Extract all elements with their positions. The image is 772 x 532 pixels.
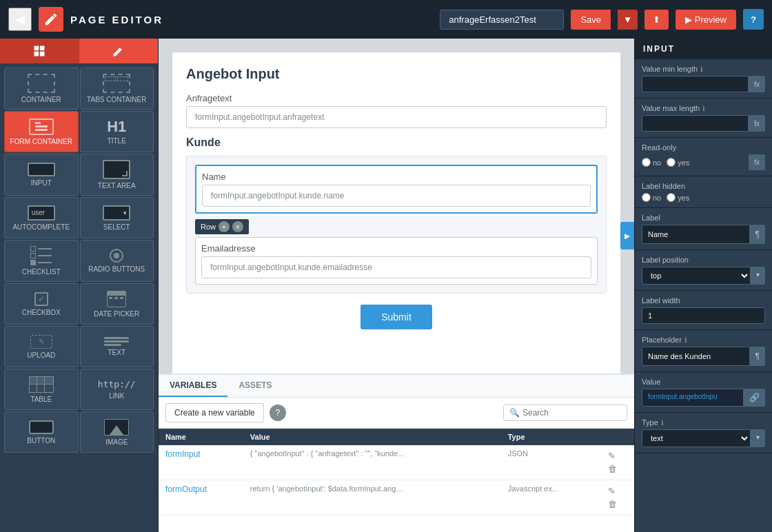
value-max-input-wrap: fx (642, 115, 765, 132)
tool-tab-edit[interactable] (79, 39, 159, 63)
tool-item-table[interactable]: TABLE (4, 369, 79, 410)
tool-item-text[interactable]: TEXT (80, 326, 154, 367)
input-icon (28, 163, 55, 176)
label-hidden-radio-group: no yes (642, 193, 765, 202)
row-remove-button[interactable]: × (232, 221, 243, 232)
tool-item-input[interactable]: INPUT (4, 154, 79, 196)
page-title: Angebot Input (186, 66, 607, 82)
tool-item-checkbox[interactable]: ✓ CHECKBOX (4, 283, 79, 325)
anfragetext-label: Anfragetext (186, 93, 607, 103)
upload-button[interactable]: ⬆ (644, 10, 669, 30)
help-button[interactable]: ? (743, 9, 764, 30)
tool-item-upload[interactable]: ✎ UPLOAD (4, 326, 79, 367)
upload-icon: ✎ (30, 335, 52, 349)
vars-help-button[interactable]: ? (270, 405, 286, 421)
col-value: Value (243, 429, 501, 445)
read-only-no-option[interactable]: no (642, 158, 661, 167)
center-area: Angebot Input Anfragetext formInput.ange… (159, 39, 634, 532)
label-position-arrow: ▾ (751, 267, 765, 285)
tool-item-form-container[interactable]: FORM CONTAINER (4, 111, 79, 152)
label-hidden-no-radio[interactable] (642, 193, 651, 202)
label-width-input[interactable] (642, 307, 765, 324)
canvas-page: Angebot Input Anfragetext formInput.ange… (172, 52, 620, 374)
tool-label-radio: RADIO BUTTONS (88, 265, 145, 273)
project-name-input[interactable] (440, 10, 564, 30)
value-link-btn[interactable]: 🔗 (744, 389, 765, 407)
tool-item-title[interactable]: H1 TITLE (80, 111, 154, 152)
email-input[interactable]: formInput.angebotInput.kunde.emailadress… (201, 256, 591, 278)
tool-item-link[interactable]: http:// LINK (80, 369, 154, 410)
type-select[interactable]: text (642, 429, 751, 447)
tool-item-tabs-container[interactable]: TABS CONTAINER (80, 68, 154, 110)
label-width-label: Label width (642, 296, 765, 305)
var-edit-1[interactable]: ✎ (607, 484, 617, 498)
tool-item-radio-buttons[interactable]: RADIO BUTTONS (80, 240, 154, 282)
save-dropdown-button[interactable]: ▼ (618, 10, 638, 30)
table-icon (29, 376, 54, 393)
tool-item-date-picker[interactable]: DATE PICKER (80, 283, 154, 325)
label-position-select[interactable]: top (642, 267, 751, 285)
var-delete-1[interactable]: 🗑 (607, 498, 618, 511)
var-edit-0[interactable]: ✎ (607, 449, 617, 462)
preview-button[interactable]: ▶ Preview (676, 10, 736, 30)
value-label: Value (642, 378, 765, 386)
type-select-wrap: text ▾ (642, 429, 765, 447)
vars-table-header: Name Value Type (159, 429, 634, 445)
name-input[interactable]: formInput.angebotInput.kunde.name (202, 185, 591, 207)
var-actions-1: ✎ 🗑 (600, 480, 634, 515)
tool-label-tabs: TABS CONTAINER (87, 96, 146, 103)
tool-tab-components[interactable] (0, 39, 79, 63)
tab-assets[interactable]: ASSETS (227, 375, 283, 397)
read-only-fx-btn[interactable]: fx (749, 154, 765, 170)
tool-item-container[interactable]: CONTAINER (4, 68, 79, 110)
read-only-no-radio[interactable] (642, 158, 651, 167)
value-max-input[interactable] (642, 115, 749, 132)
tab-variables[interactable]: VARIABLES (159, 375, 227, 397)
tool-label-link: LINK (109, 392, 124, 400)
canvas-scroll-area[interactable]: Angebot Input Anfragetext formInput.ange… (159, 39, 634, 374)
read-only-yes-option[interactable]: yes (667, 158, 689, 167)
label-hidden-yes-option[interactable]: yes (667, 193, 689, 202)
value-min-input[interactable] (642, 76, 749, 92)
tool-item-text-area[interactable]: TEXT AREA (80, 154, 154, 196)
read-only-label: Read-only (642, 143, 765, 152)
tool-item-image[interactable]: IMAGE (80, 411, 154, 453)
label-hidden-yes-radio[interactable] (667, 193, 676, 202)
var-actions-0: ✎ 🗑 (600, 445, 634, 480)
placeholder-input-wrap: ¶ (642, 347, 765, 366)
tool-item-button[interactable]: BUTTON (4, 411, 79, 453)
vars-toolbar: Create a new variable ? 🔍 (159, 398, 634, 429)
name-field-box[interactable]: Name formInput.angebotInput.kunde.name (195, 165, 598, 214)
tool-item-autocomplete[interactable]: user AUTOCOMPLETE (4, 197, 79, 238)
row-add-button[interactable]: + (219, 221, 230, 232)
value-display: formInput.angebotInpu (642, 389, 744, 407)
col-actions (600, 429, 634, 445)
submit-button[interactable]: Submit (360, 305, 432, 329)
tool-label-text: TEXT (108, 349, 125, 356)
collapse-arrow-button[interactable]: ► (620, 222, 634, 249)
email-field-box[interactable]: Emailadresse formInput.angebotInput.kund… (195, 237, 598, 285)
var-delete-0[interactable]: 🗑 (607, 462, 618, 475)
read-only-yes-radio[interactable] (667, 158, 676, 167)
label-hidden-no-option[interactable]: no (642, 193, 661, 202)
tool-label-input: INPUT (31, 179, 52, 187)
vars-search-input[interactable] (522, 408, 621, 418)
anfragetext-input[interactable]: formInput.angebotInput.anfragetext (186, 106, 607, 128)
value-max-fx-btn[interactable]: fx (749, 115, 765, 132)
placeholder-input[interactable] (642, 347, 750, 366)
prop-placeholder: Placeholder ℹ ¶ (635, 330, 772, 372)
prop-label: Label ¶ (635, 208, 772, 250)
placeholder-para-btn[interactable]: ¶ (750, 347, 765, 366)
label-input[interactable] (642, 225, 750, 244)
tool-label-table: TABLE (30, 396, 52, 403)
app-title: PAGE EDITOR (70, 14, 433, 25)
back-button[interactable]: ◀ (8, 8, 32, 31)
value-min-fx-btn[interactable]: fx (749, 76, 765, 92)
link-icon: http:// (98, 379, 136, 389)
tool-item-checklist[interactable]: CHECKLIST (4, 240, 79, 282)
save-button[interactable]: Save (571, 10, 611, 30)
tool-item-select[interactable]: ▾ SELECT (80, 197, 154, 238)
create-variable-button[interactable]: Create a new variable (165, 403, 264, 422)
email-label: Emailadresse (201, 243, 591, 254)
label-para-btn[interactable]: ¶ (750, 225, 765, 244)
